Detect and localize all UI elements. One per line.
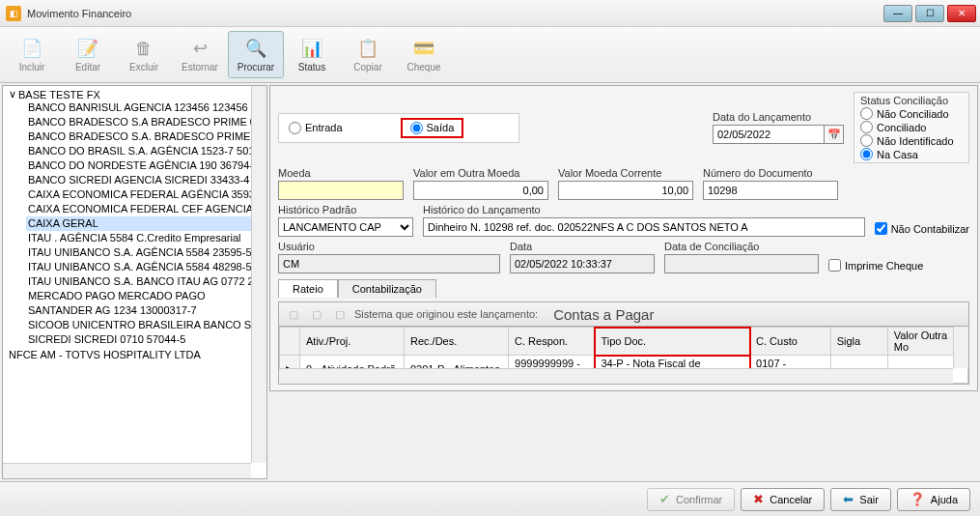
- account-tree: ∨ BASE TESTE FX BANCO BANRISUL AGENCIA 1…: [2, 85, 267, 479]
- col-ativ[interactable]: Ativ./Proj.: [300, 328, 405, 356]
- estornar-button[interactable]: ↩ Estornar: [172, 31, 228, 78]
- tab-bar: Rateio Contabilização: [278, 279, 969, 298]
- tree-item[interactable]: BANCO SICREDI AGENCIA SICREDI 33433-4: [26, 173, 266, 187]
- data-concil-input: [664, 254, 819, 273]
- tree-item[interactable]: SICOOB UNICENTRO BRASILEIRA BANCO SIC: [26, 318, 266, 332]
- tree-vertical-scrollbar[interactable]: [251, 86, 266, 463]
- status-button[interactable]: 📊 Status: [284, 31, 340, 78]
- tree-item[interactable]: ITAU UNIBANCO S.A. AGÊNCIA 5584 48298-5: [26, 260, 266, 274]
- tab-rateio[interactable]: Rateio: [278, 279, 338, 298]
- collapse-icon[interactable]: ∨: [9, 88, 16, 100]
- cheque-icon: 💳: [412, 37, 435, 60]
- status-nao-identificado[interactable]: Não Identificado: [860, 134, 963, 147]
- tree-item[interactable]: ITAU UNIBANCO S.A. BANCO ITAU AG 0772 2: [26, 274, 266, 289]
- grid-header-row: Ativ./Proj. Rec./Des. C. Respon. Tipo Do…: [280, 328, 968, 356]
- footer: ✔ Confirmar ✖ Cancelar ⬅ Sair ❓ Ajuda: [0, 481, 980, 516]
- close-button[interactable]: ✕: [947, 5, 976, 22]
- hist-lanc-input[interactable]: [423, 217, 865, 237]
- data-input: [510, 254, 655, 273]
- status-na-casa[interactable]: Na Casa: [860, 148, 963, 160]
- tipo-movimento-group: Entrada Saída: [278, 113, 519, 143]
- tree-item[interactable]: BANCO BANRISUL AGENCIA 123456 123456: [26, 100, 266, 115]
- sair-button[interactable]: ⬅ Sair: [830, 488, 891, 511]
- app-icon: ◧: [6, 6, 21, 21]
- confirmar-button[interactable]: ✔ Confirmar: [647, 488, 735, 511]
- saida-highlight: Saída: [401, 118, 464, 138]
- tree-item[interactable]: BANCO BRADESCO S.A BRADESCO PRIME 06: [26, 115, 266, 129]
- tree-root-2[interactable]: NFCE AM - TOTVS HOSPITALITY LTDA: [9, 349, 266, 360]
- tree-item[interactable]: SICREDI SICREDI 0710 57044-5: [26, 332, 266, 347]
- delete-doc-icon: 🗑: [132, 37, 155, 60]
- editar-label: Editar: [75, 62, 100, 72]
- hist-padrao-label: Histórico Padrão: [278, 204, 413, 215]
- grid-horizontal-scrollbar[interactable]: [279, 368, 953, 384]
- calendar-icon[interactable]: 📅: [825, 125, 844, 144]
- status-conciliacao-label: Status Conciliação: [860, 95, 963, 106]
- copy-icon: 📋: [356, 37, 379, 60]
- col-rec[interactable]: Rec./Des.: [404, 328, 508, 356]
- check-icon: ✔: [659, 492, 670, 506]
- cheque-label: Cheque: [406, 62, 440, 72]
- tree-item[interactable]: ITAU . AGÊNCIA 5584 C.Credito Empresaria…: [26, 231, 266, 245]
- tree-root[interactable]: ∨ BASE TESTE FX: [9, 88, 266, 100]
- tree-item[interactable]: BANCO DO BRASIL S.A. AGÊNCIA 1523-7 501: [26, 144, 266, 158]
- saida-radio[interactable]: Saída: [410, 122, 455, 134]
- maximize-button[interactable]: ☐: [915, 5, 944, 22]
- tab-contabilizacao[interactable]: Contabilização: [338, 279, 436, 298]
- origin-label: Sistema que originou este lançamento:: [354, 308, 538, 320]
- minimize-button[interactable]: —: [883, 5, 912, 22]
- hist-lanc-label: Histórico do Lançamento: [423, 204, 865, 215]
- procurar-label: Procurar: [238, 62, 274, 72]
- editar-button[interactable]: 📝 Editar: [60, 31, 116, 78]
- cancel-icon: ✖: [753, 492, 764, 506]
- data-lancamento-input[interactable]: [713, 125, 825, 144]
- tree-item[interactable]: CAIXA GERAL: [26, 216, 266, 231]
- status-conciliado[interactable]: Conciliado: [860, 121, 963, 133]
- window-title: Movimento Financeiro: [27, 8, 883, 19]
- tree-item[interactable]: SANTANDER AG 1234 13000317-7: [26, 303, 266, 318]
- tree-item[interactable]: CAIXA ECONOMICA FEDERAL AGÊNCIA 3593: [26, 187, 266, 202]
- titlebar: ◧ Movimento Financeiro — ☐ ✕: [0, 0, 980, 27]
- cheque-button[interactable]: 💳 Cheque: [396, 31, 452, 78]
- excluir-button[interactable]: 🗑 Excluir: [116, 31, 172, 78]
- undo-icon: ↩: [188, 37, 211, 60]
- tree-item[interactable]: ITAU UNIBANCO S.A. AGÊNCIA 5584 23595-5: [26, 245, 266, 260]
- copiar-button[interactable]: 📋 Copiar: [340, 31, 396, 78]
- help-icon: ❓: [910, 492, 925, 506]
- valor-outra-input[interactable]: [413, 181, 548, 200]
- new-doc-icon: 📄: [20, 37, 43, 60]
- cancelar-button[interactable]: ✖ Cancelar: [741, 488, 825, 511]
- tree-item[interactable]: CAIXA ECONOMICA FEDERAL CEF AGENCIA 3: [26, 202, 266, 216]
- data-concil-label: Data de Conciliação: [664, 241, 819, 252]
- col-ccusto[interactable]: C. Custo: [750, 328, 831, 356]
- imprime-cheque-check[interactable]: Imprime Cheque: [828, 259, 923, 272]
- usuario-label: Usuário: [278, 241, 500, 252]
- hist-padrao-select[interactable]: LANCAMENTO CAP: [278, 217, 413, 237]
- num-documento-input[interactable]: [703, 181, 838, 200]
- status-nao-conciliado[interactable]: Não Conciliado: [860, 107, 963, 120]
- valor-outra-label: Valor em Outra Moeda: [413, 167, 548, 179]
- incluir-button[interactable]: 📄 Incluir: [4, 31, 60, 78]
- data-label: Data: [510, 241, 655, 252]
- usuario-input: [278, 254, 500, 273]
- valor-corrente-input[interactable]: [558, 181, 693, 200]
- moeda-input[interactable]: [278, 181, 404, 200]
- entrada-radio[interactable]: Entrada: [289, 118, 343, 138]
- grid-edit-icon[interactable]: ▢: [308, 305, 325, 323]
- incluir-label: Incluir: [19, 62, 45, 72]
- tree-item[interactable]: BANCO DO NORDESTE AGÊNCIA 190 36794-: [26, 158, 266, 173]
- col-crespon[interactable]: C. Respon.: [509, 328, 595, 356]
- col-sigla[interactable]: Sigla: [830, 328, 887, 356]
- col-tipodoc[interactable]: Tipo Doc.: [595, 328, 750, 356]
- search-icon: 🔍: [244, 37, 267, 60]
- nao-contabilizar-check[interactable]: Não Contabilizar: [875, 222, 969, 235]
- tree-horizontal-scrollbar[interactable]: [3, 463, 251, 478]
- tree-item[interactable]: MERCADO PAGO MERCADO PAGO: [26, 289, 266, 303]
- tree-item[interactable]: BANCO BRADESCO S.A. BRADESCO PRIME 44: [26, 129, 266, 144]
- grid-add-icon[interactable]: ▢: [285, 305, 302, 323]
- ajuda-button[interactable]: ❓ Ajuda: [897, 488, 970, 511]
- grid-del-icon[interactable]: ▢: [331, 305, 349, 323]
- procurar-button[interactable]: 🔍 Procurar: [228, 31, 284, 78]
- grid-vertical-scrollbar[interactable]: [953, 327, 968, 368]
- excluir-label: Excluir: [129, 62, 158, 72]
